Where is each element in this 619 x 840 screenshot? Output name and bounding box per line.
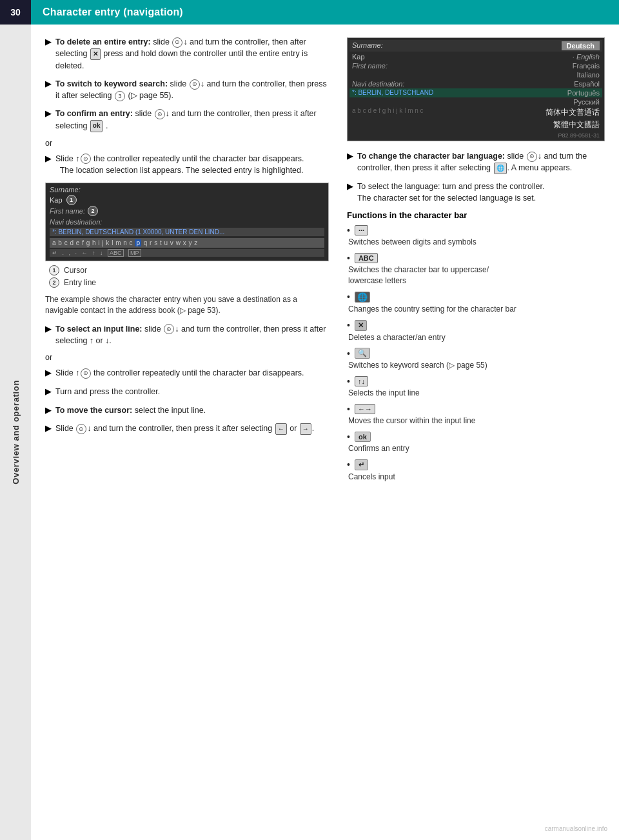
delete-icon: ✕ [355, 320, 367, 331]
bullet-text-3: To confirm an entry: slide ⊙↓ and turn t… [55, 108, 329, 132]
main-content: ▶ To delete an entire entry: slide ⊙↓ an… [31, 25, 619, 499]
func-globe: • 🌐 Changes the country setting for the … [347, 292, 605, 315]
bullet-slide-lr: ▶ Slide ⊙↓ and turn the controller, then… [45, 423, 329, 435]
rs-russian: Русский [573, 98, 600, 106]
rs-charbar-row: a b c d e f g h i j k l m n c 简体中文普通话 [349, 106, 602, 119]
header-bar: 30 Character entry (navigation) [0, 0, 619, 25]
bullet-text-cl: To change the character bar language: sl… [357, 150, 605, 174]
func-bullet-8: • [347, 432, 350, 442]
func-bullet-2: • [347, 253, 350, 263]
leftright-icon: ←→ [355, 404, 375, 414]
page-number: 30 [0, 0, 31, 25]
scr-charbar: a b c d e f g h i j k l m n c p q r s t … [50, 238, 324, 248]
rs-image-id: P82.89-0581-31 [349, 131, 602, 139]
sidebar-label-text: Overview and operation [11, 380, 21, 485]
rs-charbar: a b c d e f g h i j k l m n c [352, 107, 545, 118]
func-globe-desc: Changes the country setting for the char… [348, 304, 605, 315]
func-cancel-desc: Cancels input [348, 472, 605, 483]
bold-change-lang: To change the character bar language: [357, 152, 505, 161]
bullet-arrow-sl2: ▶ [45, 367, 52, 379]
scr-kap-row: Kap 1 [50, 195, 324, 205]
scr-firstname-row: First name: 2 [50, 206, 324, 216]
scr-navi-value: *: BERLIN, DEUTSCHLAND (1 X0000, UNTER D… [50, 228, 324, 236]
circle-icon-sl2: ⊙ [81, 368, 91, 379]
func-search-desc: Switches to keyword search (▷ page 55) [348, 360, 605, 371]
rs-portugues: Português [567, 89, 600, 97]
rs-kap: Kap [352, 53, 573, 61]
circle-icon-sel: ⊙ [164, 324, 174, 334]
func-leftright-desc: Moves the cursor within the input line [348, 415, 605, 426]
func-leftright: • ←→ Moves the cursor within the input l… [347, 404, 605, 426]
ok-icon-1: ok [90, 120, 103, 132]
bullet-arrow-cl: ▶ [347, 150, 353, 174]
circle-icon-1: ⊙ [172, 37, 182, 48]
ann-text-1: Cursor [64, 266, 87, 275]
bullet-slide-2: ▶ Slide ↑⊙ the controller repeatedly unt… [45, 367, 329, 379]
func-bullet-6: • [347, 376, 350, 386]
func-updown: • ↑↓ Selects the input line [347, 376, 605, 399]
rs-trad-row: 繁體中文國語 [349, 119, 602, 131]
func-delete-icon-row: • ✕ [347, 320, 605, 331]
bullet-delete-entry: ▶ To delete an entire entry: slide ⊙↓ an… [45, 36, 329, 72]
func-cancel: • ↵ Cancels input [347, 459, 605, 483]
right-screenshot: Surname: Deutsch Kap · English First nam… [347, 37, 605, 141]
bullet-text-s1: Slide ↑⊙ the controller repeatedly until… [55, 153, 304, 176]
bullet-keyword-search: ▶ To switch to keyword search: slide ⊙↓ … [45, 78, 329, 101]
right-arrow-icon: → [300, 423, 311, 435]
watermark: carmanualsonline.info [545, 825, 607, 832]
annotation-1-circle: 1 [66, 195, 77, 205]
num3-icon: 3 [115, 91, 125, 101]
circle-icon-2: ⊙ [190, 79, 200, 90]
func-cancel-icon-row: • ↵ [347, 459, 605, 470]
or-text-1: or [45, 139, 329, 148]
bullet-arrow-1: ▶ [45, 36, 52, 72]
func-search-icon-row: • 🔍 [347, 348, 605, 359]
ok-icon-2: ok [355, 432, 371, 442]
x-icon: ✕ [90, 48, 101, 61]
rs-espanol: Español [574, 80, 600, 88]
bullet-text-sl: To select the language: turn and press t… [357, 181, 544, 204]
sidebar-label: Overview and operation [0, 25, 31, 840]
rs-firstname-row: First name: Français [349, 61, 602, 70]
annotation-2-circle: 2 [88, 206, 98, 216]
or-text-2: or [45, 353, 329, 362]
ann-text-2: Entry line [64, 278, 96, 287]
bullet-arrow-lr: ▶ [45, 423, 52, 435]
annotation-list: 1 Cursor 2 Entry line [48, 265, 329, 288]
bullet-change-lang: ▶ To change the character bar language: … [347, 150, 605, 174]
bullet-arrow-mc: ▶ [45, 405, 52, 417]
func-dots: • ··· Switches between digits and symbol… [347, 225, 605, 248]
scr-firstname-label: First name: [50, 207, 85, 215]
func-bullet-1: • [347, 225, 350, 235]
globe-icon: 🌐 [494, 163, 507, 175]
circle-icon-3: ⊙ [155, 109, 165, 119]
func-bullet-4: • [347, 320, 350, 330]
scr-navi-row: Navi destination: [50, 217, 324, 226]
rs-navi-label: Navi destination: [352, 80, 574, 88]
func-search: • 🔍 Switches to keyword search (▷ page 5… [347, 348, 605, 371]
bullet-slide-1: ▶ Slide ↑⊙ the controller repeatedly unt… [45, 153, 329, 176]
func-ok-icon-row: • ok [347, 432, 605, 442]
rs-francais: Français [573, 62, 600, 70]
rs-firstname: First name: [352, 62, 573, 70]
bullet-arrow-2: ▶ [45, 78, 52, 101]
func-ok: • ok Confirms an entry [347, 432, 605, 454]
bullet-text-mc: To move the cursor: select the input lin… [55, 405, 206, 417]
bold-confirm: To confirm an entry: [55, 109, 133, 118]
func-abc: • ABC Switches the character bar to uppe… [347, 253, 605, 286]
bullet-turn-press: ▶ Turn and press the controller. [45, 386, 329, 398]
func-dots-icon-row: • ··· [347, 225, 605, 235]
left-arrow-icon: ← [275, 423, 287, 435]
bold-delete: To delete an entire entry: [55, 37, 151, 46]
annotation-1: 1 Cursor [48, 265, 329, 275]
func-abc-icon-row: • ABC [347, 253, 605, 263]
dots-icon: ··· [355, 225, 368, 235]
example-text: The example shows the character entry wh… [45, 294, 329, 317]
circle-icon-lr: ⊙ [76, 424, 86, 434]
scr-bottombar: ↵ . , · ← ↑ ↓ ABC MP [50, 249, 324, 257]
country-icon: 🌐 [355, 292, 370, 303]
func-bullet-3: • [347, 292, 350, 302]
func-delete-desc: Deletes a character/an entry [348, 332, 605, 343]
bullet-confirm-entry: ▶ To confirm an entry: slide ⊙↓ and turn… [45, 108, 329, 132]
search-icon: 🔍 [355, 348, 370, 359]
